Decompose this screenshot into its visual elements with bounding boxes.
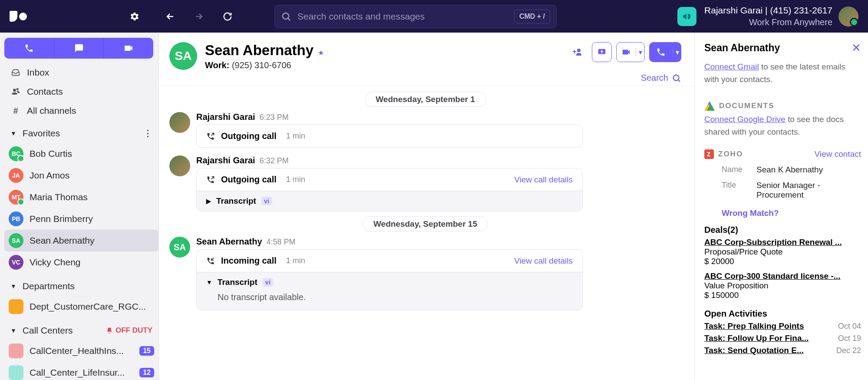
user-avatar[interactable] [838,7,858,26]
nav-back-icon[interactable] [162,9,178,24]
view-call-details[interactable]: View call details [514,256,573,266]
hash-icon: # [10,106,21,116]
departments-header[interactable]: ▼Departments [4,277,158,296]
global-search[interactable]: CMD + / [274,5,557,28]
count-badge: 12 [139,368,154,377]
offduty-badge[interactable]: OFF DUTY [106,326,152,335]
contacts-icon [11,87,20,96]
transcript-toggle[interactable]: ▼Transcriptvi [197,272,582,292]
sender-avatar [169,155,190,176]
deal-item[interactable]: ABC Corp-Subscription Renewal ...Proposa… [704,238,861,266]
favorite-label: Vicky Cheng [30,257,154,268]
call-card[interactable]: Outgoing call1 min [196,125,583,148]
add-contact-button[interactable] [568,42,587,62]
settings-icon[interactable] [127,9,142,24]
avatar: MT [9,190,23,205]
message: Rajarshi Garai6:32 PM Outgoing call1 min… [169,155,681,211]
favorite-label: Maria Thomas [30,192,154,202]
favorite-label: Penn Brimberry [30,214,154,224]
view-contact-link[interactable]: View contact [815,149,861,159]
sidebar-favorite[interactable]: VCVicky Cheng [4,251,158,273]
deal-item[interactable]: ABC Corp-300 Standard license -...Value … [704,271,861,300]
connect-gmail-link[interactable]: Connect Gmail [704,62,759,71]
message-button[interactable] [54,38,104,59]
avatar: PB [9,211,23,226]
video-button[interactable] [103,38,153,59]
open-activities-header: Open Activities [704,309,861,319]
gmail-prompt: Connect Gmail to see the latest emails w… [704,61,861,86]
chevron-down-icon[interactable]: ▾ [636,48,644,56]
transcript-toggle[interactable]: ▶Transcriptvi [197,191,582,211]
view-call-details[interactable]: View call details [514,175,573,185]
dept-icon [9,299,23,314]
nav-forward-icon [191,9,207,24]
call-button[interactable]: ▾ [649,42,681,62]
connect-drive-link[interactable]: Connect Google Drive [704,115,785,124]
svg-point-2 [577,49,581,52]
favorite-label: Sean Abernathy [30,235,154,246]
day-separator: Wednesday, September 15 [169,219,681,229]
zoho-name: NameSean K Abernathy [704,165,861,175]
nav-inbox[interactable]: Inbox [4,63,158,82]
sidebar-callcenter[interactable]: Call_Center_LifeInsur...12 [4,362,158,380]
zoho-title: TitleSenior Manager - Procurement [704,181,861,200]
sidebar-favorite[interactable]: BCBob Curtis [4,143,158,165]
kbd-hint: CMD + / [514,10,550,23]
svg-point-4 [673,75,679,80]
count-badge: 15 [139,346,154,356]
sidebar-callcenter[interactable]: CallCenter_HealthIns...15 [4,340,158,362]
sidebar-favorite[interactable]: JAJon Amos [4,165,158,186]
screenshare-button[interactable] [592,42,612,62]
sender-avatar [169,112,190,133]
close-icon[interactable]: ✕ [851,41,861,55]
sidebar-favorite[interactable]: MTMaria Thomas [4,186,158,208]
favorite-label: Jon Amos [30,170,154,181]
refresh-icon[interactable] [220,9,235,24]
favorite-label: Bob Curtis [30,149,154,159]
contact-name: Sean Abernathy [205,42,314,58]
sidebar-favorite[interactable]: SASean Abernathy [4,230,158,251]
favorite-star-icon[interactable]: ★ [318,49,324,56]
sidebar-favorite[interactable]: PBPenn Brimberry [4,208,158,230]
outgoing-call-icon [206,132,215,141]
message: SA Sean Abernathy4:58 PM Incoming call1 … [169,237,681,311]
call-card[interactable]: Incoming call1 min View call details ▼Tr… [196,249,583,311]
bell-off-icon [106,327,113,334]
user-header[interactable]: Rajarshi Garai | (415) 231-2617 Work Fro… [704,4,832,28]
drive-prompt: Connect Google Drive to see the docs sha… [704,113,861,138]
deals-header: Deals(2) [704,225,861,235]
favorites-header[interactable]: ▼Favorites⋮ [4,124,158,143]
call-card[interactable]: Outgoing call1 min View call details ▶Tr… [196,168,583,211]
dial-button[interactable] [4,38,54,59]
announce-button[interactable] [677,7,696,26]
callcenters-header[interactable]: ▼Call Centers OFF DUTY [4,321,158,340]
svg-point-0 [283,13,289,19]
task-item[interactable]: Task: Send Quotation E...Dec 22 [704,346,861,355]
sidebar-department[interactable]: Dept_CustomerCare_RGC... [4,296,158,317]
dept-label: Dept_CustomerCare_RGC... [30,301,154,312]
task-item[interactable]: Task: Follow Up For Fina...Oct 19 [704,334,861,343]
thread-search[interactable]: Search [159,73,694,86]
app-logo[interactable] [10,10,27,23]
task-item[interactable]: Task: Prep Talking PointsOct 04 [704,321,861,331]
panel-contact-name: Sean Abernathy [704,42,780,54]
nav-channels[interactable]: #All channels [4,101,158,120]
avatar: BC [9,146,23,161]
avatar: JA [9,168,23,183]
transcript-body: No transcript available. [197,292,582,310]
avatar: SA [9,233,23,248]
inbox-icon [11,68,20,77]
nav-contacts[interactable]: Contacts [4,82,158,101]
zoho-header: ZZOHO [704,149,743,159]
vi-badge: vi [263,278,274,287]
chevron-down-icon[interactable]: ▾ [673,48,681,56]
cc-label: CallCenter_HealthIns... [30,346,133,356]
wrong-match-link[interactable]: Wrong Match? [722,208,861,218]
more-icon[interactable]: ⋮ [143,128,152,139]
search-icon [281,11,291,22]
search-input[interactable] [297,11,508,22]
message: Rajarshi Garai6:23 PM Outgoing call1 min [169,112,681,148]
drive-icon [704,101,715,111]
contact-phone: Work: (925) 310-6706 [205,60,324,70]
video-call-button[interactable]: ▾ [616,42,645,62]
